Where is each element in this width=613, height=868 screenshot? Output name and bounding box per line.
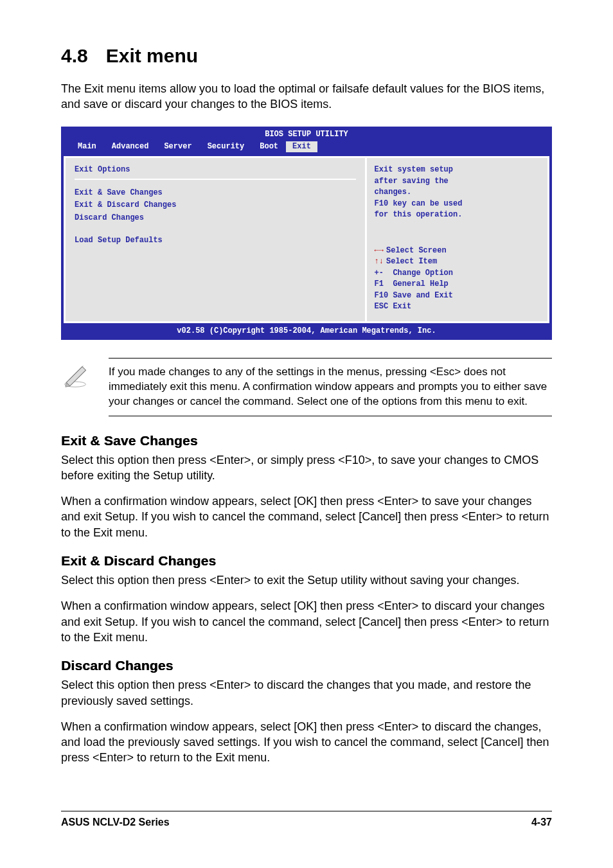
bios-help-text: Exit system setup after saving the chang… [375, 164, 540, 220]
bios-option: Discard Changes [75, 213, 356, 224]
footer-product: ASUS NCLV-D2 Series [61, 817, 170, 828]
bios-option: Exit & Save Changes [75, 188, 356, 199]
note-text: If you made changes to any of the settin… [109, 358, 552, 416]
bios-menu-main: Main [70, 141, 104, 152]
section-title: 4.8Exit menu [61, 45, 552, 67]
subheading-discard: Discard Changes [61, 658, 552, 673]
bios-key-select-screen: Select Screen [375, 245, 540, 256]
body-paragraph: Select this option then press <Enter> to… [61, 572, 552, 588]
svg-marker-1 [66, 366, 85, 385]
bios-menu-security: Security [200, 141, 253, 152]
bios-screenshot: BIOS SETUP UTILITY Main Advanced Server … [61, 127, 552, 340]
subheading-exit-save: Exit & Save Changes [61, 433, 552, 448]
bios-key-save-exit: F10 Save and Exit [375, 290, 540, 301]
bios-menu-bar: Main Advanced Server Security Boot Exit [61, 140, 552, 156]
footer-page-number: 4-37 [531, 817, 552, 828]
bios-options-list: Exit & Save Changes Exit & Discard Chang… [75, 188, 356, 247]
bios-title: BIOS SETUP UTILITY [61, 127, 552, 140]
bios-right-panel: Exit system setup after saving the chang… [367, 156, 549, 323]
bios-left-panel: Exit Options Exit & Save Changes Exit & … [64, 156, 367, 323]
bios-help-line: Exit system setup [375, 164, 540, 175]
bios-help-line: F10 key can be used [375, 199, 540, 209]
body-paragraph: Select this option then press <Enter>, o… [61, 452, 552, 484]
bios-menu-advanced: Advanced [104, 141, 157, 152]
body-paragraph: When a confirmation window appears, sele… [61, 493, 552, 540]
bios-help-line: changes. [375, 187, 540, 198]
bios-key-select-item: Select Item [375, 256, 540, 267]
bios-key-legend: Select Screen Select Item +- Change Opti… [375, 245, 540, 312]
bios-key-change-option: +- Change Option [375, 268, 540, 279]
bios-menu-boot: Boot [252, 141, 286, 152]
subheading-exit-discard: Exit & Discard Changes [61, 553, 552, 569]
bios-options-title: Exit Options [75, 164, 356, 175]
bios-footer: v02.58 (C)Copyright 1985-2004, American … [61, 323, 552, 339]
bios-option: Load Setup Defaults [75, 235, 356, 246]
bios-menu-exit: Exit [286, 141, 317, 152]
bios-help-line: after saving the [375, 176, 540, 187]
bios-divider [75, 179, 356, 180]
page-footer: ASUS NCLV-D2 Series 4-37 [61, 811, 552, 828]
bios-menu-server: Server [156, 141, 199, 152]
body-paragraph: When a confirmation window appears, sele… [61, 598, 552, 645]
bios-option: Exit & Discard Changes [75, 200, 356, 211]
bios-option-gap [75, 225, 356, 234]
bios-key-esc-exit: ESC Exit [375, 301, 540, 312]
intro-paragraph: The Exit menu items allow you to load th… [61, 81, 552, 112]
bios-help-line: for this operation. [375, 209, 540, 220]
pencil-icon [61, 358, 93, 416]
section-number: 4.8 [61, 45, 88, 67]
body-paragraph: Select this option then press <Enter> to… [61, 677, 552, 709]
note-box: If you made changes to any of the settin… [61, 358, 552, 416]
bios-key-general-help: F1 General Help [375, 279, 540, 290]
body-paragraph: When a confirmation window appears, sele… [61, 719, 552, 766]
section-heading: Exit menu [106, 45, 198, 66]
